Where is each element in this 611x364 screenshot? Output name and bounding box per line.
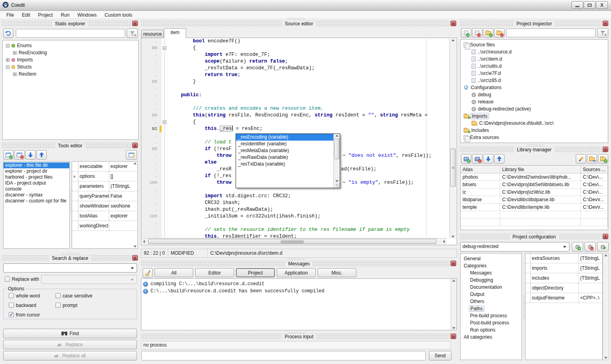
inspector-clear-filter-button[interactable]: x [597, 28, 608, 38]
static-explorer-close-icon[interactable]: x [132, 21, 138, 26]
property-value[interactable]: (TStringL [579, 273, 602, 283]
move-library-up-button[interactable] [494, 154, 504, 164]
tool-item-dscanner-custom-opt-for-file[interactable]: dscanner - custom opt for file [4, 198, 69, 204]
remove-tool-button[interactable] [14, 150, 25, 160]
config-category-documentation[interactable]: Documentation [461, 284, 522, 291]
process-input-field[interactable] [141, 351, 426, 360]
completion-scroll-up-icon[interactable] [334, 135, 340, 137]
completion-scroll-down-icon[interactable] [334, 180, 340, 182]
project-inspector-close-icon[interactable]: x [603, 21, 608, 26]
popup-resize-grip[interactable] [336, 184, 339, 187]
config-scroll-down-icon[interactable] [603, 357, 609, 359]
minimize-button[interactable] [571, 1, 583, 9]
source-editor-splitter[interactable] [287, 17, 305, 19]
code-line[interactable]: 105 _initialSum = crc322uint(ihash.finis… [141, 213, 447, 220]
messages-tab-misc[interactable]: Misc. [318, 268, 356, 277]
tree-item-structs[interactable]: Structs [3, 63, 138, 71]
code-line[interactable]: . /// creates and encodes a new resource… [141, 105, 447, 112]
expander-minus-icon[interactable] [6, 44, 10, 48]
scroll-up-icon[interactable] [450, 39, 456, 41]
tree-item-resitem[interactable]: ResItem [3, 71, 138, 78]
scroll-down-icon[interactable] [450, 236, 456, 238]
inspector-item-imports[interactable]: Imports [461, 112, 608, 120]
expander-plus-icon[interactable] [13, 51, 17, 55]
library-from-folder-button[interactable] [587, 154, 597, 164]
scroll-left-icon[interactable] [143, 238, 145, 244]
config-category-post-build-process[interactable]: Post-build process [461, 319, 522, 326]
move-tool-up-button[interactable] [36, 150, 47, 160]
messages-tab-application[interactable]: Application [277, 268, 316, 277]
add-library-folder-button[interactable] [598, 154, 608, 164]
config-category-paths[interactable]: Paths [461, 305, 522, 312]
tool-item-explorer-project-dir[interactable]: explorer - project dir [4, 168, 69, 174]
inspector-item-src-item-d[interactable]: ..\src\item.d [461, 55, 608, 63]
library-row-bitsets[interactable]: bitsetsC:\Dev\dproj\bitSet\lib\bitsets.l… [461, 181, 608, 189]
tool-property-row[interactable]: workingDirect [72, 221, 137, 231]
code-line[interactable]: . [141, 220, 447, 227]
expander-minus-icon[interactable] [6, 65, 10, 69]
completion-item-restxtdata-variable[interactable]: _resTxtData (variable) [236, 161, 333, 168]
config-category-general[interactable]: General [461, 255, 522, 262]
inspector-item-src-e7f-d[interactable]: ..\src\e7F.d [461, 70, 608, 77]
config-scroll-up-icon[interactable] [603, 254, 609, 256]
messages-scroll-down-icon[interactable] [451, 327, 457, 329]
message-row[interactable]: C:\...\build\resource.d.coedit has been … [141, 288, 457, 295]
grid-scroll-down-icon[interactable] [132, 246, 137, 248]
menu-custom-tools[interactable]: Custom tools [101, 11, 136, 19]
remove-configuration-button[interactable] [584, 242, 596, 252]
code-line[interactable]: . ihash.put(_resRawData); [141, 206, 447, 213]
code-line[interactable]: 85 } [141, 78, 447, 85]
static-explorer-refresh-button[interactable] [3, 29, 13, 38]
config-category-run-options[interactable]: Run options [461, 326, 522, 334]
tool-item-explorer-this-file-dir[interactable]: explorer - this file dir [4, 162, 69, 168]
inspector-item-extra-sources[interactable]: Extra sources [461, 134, 608, 141]
messages-close-icon[interactable]: x [451, 261, 456, 266]
add-source-button[interactable] [461, 28, 471, 38]
expand-property-icon[interactable] [74, 175, 76, 178]
code-line[interactable]: 92 this._res = resEnc; [141, 126, 447, 132]
library-row-iz[interactable]: izC:\Dev\dproj\iz\lib\iz.libC:\Dev\... [461, 189, 608, 196]
add-configuration-button[interactable] [572, 242, 583, 252]
completion-scrollbar[interactable] [333, 134, 340, 188]
execute-tool-button[interactable] [126, 150, 137, 160]
grid-scroll-up-icon[interactable] [132, 162, 137, 164]
editor-hscroll-thumb[interactable] [148, 239, 436, 244]
column-header-sources[interactable]: Sources ... [581, 166, 608, 173]
config-category-pre-build-process[interactable]: Pre-build process [461, 312, 522, 319]
maximize-button[interactable] [584, 1, 596, 9]
code-line[interactable]: . public: [141, 92, 447, 99]
messages-tab-project[interactable]: Project [236, 268, 275, 277]
messages-tab-editor[interactable]: Editor [195, 268, 234, 277]
tool-item-ida-project-output[interactable]: IDA - project output [4, 180, 69, 186]
tab-resource[interactable]: resource [141, 30, 164, 38]
tool-property-row[interactable]: options[] [72, 172, 137, 181]
configuration-selector[interactable]: debug-redirected [460, 242, 569, 252]
library-row-phobos[interactable]: phobosC:\Dev\dmd2\windows\lib\phob...C:\… [461, 173, 608, 181]
process-input-close-icon[interactable]: x [451, 334, 456, 339]
tool-property-row[interactable]: toolAliasexplorer [72, 211, 137, 221]
tree-item-enums[interactable]: Enums [3, 42, 138, 49]
config-category-output[interactable]: Output [461, 291, 522, 298]
property-value[interactable]: (TStringL [579, 253, 602, 263]
completion-item-resmetadata-variable[interactable]: _resMetaData (variable) [236, 147, 333, 154]
tool-item-harbored-project-files[interactable]: harbored - project files [4, 174, 69, 180]
tree-item-imports[interactable]: Imports [3, 56, 138, 63]
column-header-library-file[interactable]: Library file [500, 166, 581, 173]
code-line[interactable]: . bool encodee7F() [141, 38, 447, 45]
search-replace-close-icon[interactable]: x [132, 255, 138, 261]
editor-horizontal-scrollbar[interactable] [142, 238, 447, 244]
move-library-down-button[interactable] [483, 154, 493, 164]
completion-scroll-thumb[interactable] [334, 139, 339, 159]
config-category-categories[interactable]: Categories [461, 262, 522, 269]
checkbox-from-cursor[interactable] [9, 312, 14, 317]
move-tool-down-button[interactable] [25, 150, 36, 160]
find-button[interactable]: Find [3, 329, 137, 338]
add-library-button[interactable] [461, 154, 471, 164]
code-line[interactable]: . import std.digest.crc: CRC32; [141, 193, 447, 200]
code-line[interactable]: 80 { [141, 45, 447, 51]
search-term-combobox[interactable] [3, 263, 137, 273]
code-line[interactable]: . { [141, 119, 447, 126]
config-property-row[interactable]: outputFilename<CPP>..\ [525, 293, 602, 303]
expander-plus-icon[interactable] [6, 58, 10, 62]
tool-item-dscanner-syntax[interactable]: dscanner - syntax [4, 192, 69, 198]
